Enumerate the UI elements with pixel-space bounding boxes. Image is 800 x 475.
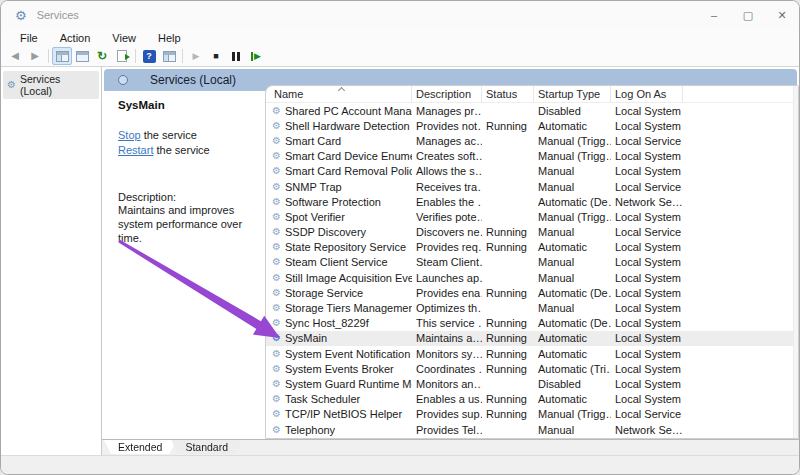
table-row[interactable]: ⚙Still Image Acquisition Events Launches… [266,270,798,285]
menu-file[interactable]: File [9,32,49,44]
cell-name: Sync Host_8229f [285,317,369,329]
service-gear-icon: ⚙ [272,273,281,283]
cell-startup-type: Automatic [534,348,611,360]
service-gear-icon: ⚙ [272,197,281,207]
restart-service-line: Restart the service [118,143,259,158]
cell-log-on-as: Network Se… [611,424,683,436]
table-row[interactable]: ⚙SNMP Trap Receives tra… Manual Local Se… [266,179,798,194]
table-row[interactable]: ⚙Smart Card Device Enumerat… Creates sof… [266,149,798,164]
service-gear-icon: ⚙ [272,394,281,404]
refresh-icon[interactable]: ↻ [92,47,112,65]
table-row[interactable]: ⚙Spot Verifier Verifies pote… Manual (Tr… [266,209,798,224]
table-row[interactable]: ⚙TCP/IP NetBIOS Helper Provides sup… Run… [266,407,798,422]
cell-startup-type: Manual [534,302,611,314]
toolbar-separator [135,49,136,63]
table-row[interactable]: ⚙System Guard Runtime Mon… Monitors an… … [266,376,798,391]
cell-name: TCP/IP NetBIOS Helper [285,408,402,420]
table-row[interactable]: ⚙Storage Service Provides ena… Running A… [266,285,798,300]
cell-log-on-as: Local System [611,256,683,268]
cell-name: Storage Service [285,287,363,299]
vertical-scrollbar[interactable] [793,86,798,438]
main-pane: Services (Local) SysMain Stop the servic… [102,67,799,455]
service-gear-icon: ⚙ [272,303,281,313]
cell-description: Allows the s… [412,165,482,177]
properties-window-icon[interactable] [159,47,179,65]
tab-standard[interactable]: Standard [171,440,242,454]
service-gear-icon: ⚙ [272,212,281,222]
column-header-log-on-as[interactable]: Log On As [611,86,683,102]
table-row[interactable]: ⚙Steam Client Service Steam Client… Manu… [266,255,798,270]
column-header-status[interactable]: Status [482,86,534,102]
cell-description: Launches ap… [412,272,482,284]
pause-service-icon[interactable] [226,47,246,65]
cell-log-on-as: Local System [611,332,683,344]
cell-status: Running [482,348,534,360]
cell-name: Storage Tiers Management [285,302,412,314]
forward-icon[interactable]: ▶ [25,47,45,65]
tree-item-services-local[interactable]: ⚙ Services (Local) [3,71,99,99]
tab-extended[interactable]: Extended [104,440,176,454]
service-gear-icon: ⚙ [272,106,281,116]
table-row[interactable]: ⚙Smart Card Manages ac… Manual (Trigg… L… [266,133,798,148]
close-button[interactable]: ✕ [765,1,799,29]
table-row[interactable]: ⚙Smart Card Removal Policy Allows the s…… [266,164,798,179]
cell-log-on-as: Local System [611,150,683,162]
table-row[interactable]: ⚙Telephony Provides Tel… Manual Network … [266,422,798,437]
service-gear-icon: ⚙ [272,349,281,359]
restart-service-link[interactable]: Restart [118,144,153,156]
column-header-description[interactable]: Description [412,86,482,102]
table-row[interactable]: ⚙Shell Hardware Detection Provides not… … [266,118,798,133]
stop-service-link[interactable]: Stop [118,129,141,141]
menu-action[interactable]: Action [49,32,102,44]
cell-description: Provides ena… [412,287,482,299]
cell-name: Task Scheduler [285,393,360,405]
table-row[interactable]: ⚙System Event Notification S… Monitors s… [266,346,798,361]
menu-help[interactable]: Help [147,32,192,44]
description-text: Maintains and improves system performanc… [118,203,258,245]
start-service-icon[interactable]: ▶ [186,47,206,65]
table-row[interactable]: ⚙Storage Tiers Management Optimizes th… … [266,300,798,315]
column-header-startup-type[interactable]: Startup Type [534,86,611,102]
table-row[interactable]: ⚙SSDP Discovery Discovers ne… Running Ma… [266,225,798,240]
minimize-button[interactable]: – [697,1,731,29]
cell-status: Running [482,287,534,299]
maximize-button[interactable]: ▢ [731,1,765,29]
properties-icon[interactable] [72,47,92,65]
table-row[interactable]: ⚙Task Scheduler Enables a us… Running Au… [266,392,798,407]
cell-startup-type: Disabled [534,105,611,117]
cell-name: Shell Hardware Detection [285,120,410,132]
table-row[interactable]: ⚙Shared PC Account Manager Manages pr… D… [266,103,798,118]
show-console-tree-icon[interactable] [52,47,72,65]
cell-startup-type: Manual [534,165,611,177]
service-table-body: ⚙Shared PC Account Manager Manages pr… D… [266,103,798,437]
help-icon[interactable]: ? [139,47,159,65]
cell-log-on-as: Local Service [611,226,683,238]
cell-description: Steam Client… [412,256,482,268]
cell-name: Telephony [285,424,335,436]
cell-log-on-as: Local System [611,120,683,132]
export-list-icon[interactable] [112,47,132,65]
table-row[interactable]: ⚙Sync Host_8229f This service … Running … [266,316,798,331]
cell-name: Smart Card Device Enumerat… [285,150,412,162]
table-row[interactable]: ⚙State Repository Service Provides req… … [266,240,798,255]
table-row[interactable]: ⚙SysMain Maintains a… Running Automatic … [266,331,798,346]
column-header-name[interactable]: Name [266,86,412,102]
cell-status: Running [482,241,534,253]
stop-service-icon[interactable]: ■ [206,47,226,65]
table-row[interactable]: ⚙System Events Broker Coordinates … Runn… [266,361,798,376]
services-badge-icon [118,75,128,85]
restart-service-icon[interactable]: ▶ [246,47,266,65]
back-icon[interactable]: ◀ [5,47,25,65]
cell-name: State Repository Service [285,241,406,253]
cell-description: Discovers ne… [412,226,482,238]
menu-view[interactable]: View [101,32,147,44]
toolbar-separator [48,49,49,63]
cell-status: Running [482,408,534,420]
cell-startup-type: Manual [534,256,611,268]
service-gear-icon: ⚙ [272,166,281,176]
cell-description: Provides Tel… [412,424,482,436]
cell-startup-type: Automatic [534,241,611,253]
table-row[interactable]: ⚙Software Protection Enables the … Autom… [266,194,798,209]
cell-description: Enables the … [412,196,482,208]
cell-name: Smart Card [285,135,341,147]
